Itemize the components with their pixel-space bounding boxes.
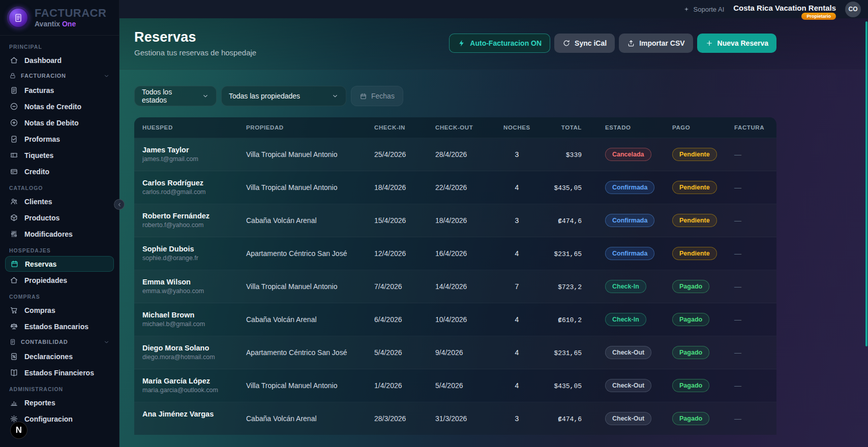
sidebar-item-propiedades[interactable]: Propiedades xyxy=(5,272,114,288)
nights-count: 3 xyxy=(515,216,519,225)
sidebar-item-modificadores[interactable]: Modificadores xyxy=(5,226,114,242)
sidebar-item-notas-de-credito[interactable]: Notas de Credito xyxy=(5,99,114,114)
checkin-date: 6/4/2026 xyxy=(374,315,402,324)
guest-email: roberto.f@yahoo.com xyxy=(142,221,230,229)
sidebar-item-tiquetes[interactable]: Tiquetes xyxy=(5,147,114,163)
nights-count: 4 xyxy=(515,348,519,357)
property-name: Cabaña Volcán Arenal xyxy=(246,216,317,225)
sidebar-item-estados-financieros[interactable]: Estados Financieros xyxy=(5,365,114,380)
reservation-row[interactable]: Sophie Duboissophie.d@orange.frApartamen… xyxy=(134,237,776,270)
nav-group-label: CONTABILIDAD xyxy=(21,339,68,345)
reservation-row[interactable]: Emma Wilsonemma.w@yahoo.comVilla Tropica… xyxy=(134,270,776,303)
sidebar-item-notas-de-debito[interactable]: Notas de Debito xyxy=(5,115,114,131)
company-info: Costa Rica Vacation Rentals Propietario xyxy=(733,4,836,20)
column-header-noches: NOCHES xyxy=(492,117,542,138)
dates-filter-button[interactable]: Fechas xyxy=(351,86,403,106)
sidebar-item-compras[interactable]: Compras xyxy=(5,302,114,318)
header-actions: Auto-Facturacion ON Sync iCal Importar C… xyxy=(449,34,776,53)
chevron-down-icon xyxy=(202,92,209,100)
guest-email: james.t@gmail.com xyxy=(142,155,230,163)
new-reservation-label: Nueva Reserva xyxy=(717,39,768,47)
sidebar-item-label: Productos xyxy=(24,214,59,222)
checkout-date: 16/4/2026 xyxy=(435,249,467,258)
calendar-icon xyxy=(10,260,19,268)
sidebar-item-facturas[interactable]: Facturas xyxy=(5,82,114,98)
payment-badge: Pagado xyxy=(672,346,709,359)
checkout-date: 5/4/2026 xyxy=(435,381,463,390)
property-name: Villa Tropical Manuel Antonio xyxy=(246,381,338,390)
support-ai-button[interactable]: Soporte AI xyxy=(683,6,725,13)
checkout-date: 18/4/2026 xyxy=(435,216,467,225)
new-reservation-button[interactable]: Nueva Reserva xyxy=(697,34,776,53)
nav-group-facturacion[interactable]: FACTURACION xyxy=(0,69,119,82)
guest-name: Michael Brown xyxy=(142,311,230,319)
clipboard-check-icon xyxy=(10,135,18,143)
checkin-date: 12/4/2026 xyxy=(374,249,406,258)
guest-email: carlos.rod@gmail.com xyxy=(142,188,230,196)
checkout-date: 22/4/2026 xyxy=(435,183,467,191)
doc-percent-icon xyxy=(10,352,18,361)
sidebar-item-declaraciones[interactable]: Declaraciones xyxy=(5,348,114,364)
checkin-date: 1/4/2026 xyxy=(374,381,402,390)
page-content: Todos los estados Todas las propiedades … xyxy=(134,86,776,435)
nav-section-label: CATALOGO xyxy=(0,180,119,193)
checkout-date: 28/4/2026 xyxy=(435,150,467,158)
sidebar-item-proformas[interactable]: Proformas xyxy=(5,131,114,147)
nav-group-contabilidad[interactable]: CONTABILIDAD xyxy=(0,335,119,348)
sidebar-item-dashboard[interactable]: Dashboard xyxy=(5,52,114,68)
sidebar-collapse-button[interactable] xyxy=(114,199,125,210)
sidebar-item-label: Notas de Credito xyxy=(24,103,81,111)
reservation-row[interactable]: Michael Brownmichael.b@gmail.comCabaña V… xyxy=(134,303,776,336)
total-amount: $435,05 xyxy=(554,184,582,192)
invoice-cell: — xyxy=(734,381,741,390)
checkin-date: 28/3/2026 xyxy=(374,414,406,423)
guest-email: emma.w@yahoo.com xyxy=(142,288,230,295)
reservation-row[interactable]: Diego Mora Solanodiego.mora@hotmail.comA… xyxy=(134,336,776,369)
checkin-date: 7/4/2026 xyxy=(374,282,402,291)
guest-email: diego.mora@hotmail.com xyxy=(142,354,230,361)
sidebar-item-estados-bancarios[interactable]: Estados Bancarios xyxy=(5,318,114,334)
guest-name: Diego Mora Solano xyxy=(142,344,230,352)
sidebar-item-credito[interactable]: Credito xyxy=(5,164,114,179)
reservation-row[interactable]: Roberto Fernándezroberto.f@yahoo.comCaba… xyxy=(134,204,776,237)
sidebar-item-productos[interactable]: Productos xyxy=(5,210,114,226)
sidebar-item-reportes[interactable]: Reportes xyxy=(5,395,114,410)
sidebar-item-label: Modificadores xyxy=(24,230,73,238)
sync-ical-button[interactable]: Sync iCal xyxy=(554,34,615,53)
import-label: Importar CSV xyxy=(639,39,684,47)
brand: FACTURACR Avantix One xyxy=(0,0,119,36)
status-filter-select[interactable]: Todos los estados xyxy=(134,86,217,106)
column-header-total: TOTAL xyxy=(542,117,597,138)
sidebar-item-label: Dashboard xyxy=(24,56,62,65)
sidebar-item-reservas[interactable]: Reservas xyxy=(5,256,114,272)
reservation-row[interactable]: James Taylorjames.t@gmail.comVilla Tropi… xyxy=(134,138,776,171)
reservation-row[interactable]: Carlos Rodríguezcarlos.rod@gmail.comVill… xyxy=(134,171,776,204)
property-name: Cabaña Volcán Arenal xyxy=(246,414,317,423)
scrollbar-thumb[interactable] xyxy=(865,21,867,346)
sidebar-item-clientes[interactable]: Clientes xyxy=(5,194,114,209)
page-subtitle: Gestiona tus reservas de hospedaje xyxy=(134,48,256,57)
page-title-block: Reservas Gestiona tus reservas de hosped… xyxy=(134,29,256,57)
sidebar: FACTURACR Avantix One PRINCIPALDashboard… xyxy=(0,0,119,447)
total-amount: ₡474,6 xyxy=(558,416,582,423)
document-icon xyxy=(9,338,16,345)
status-badge: Confirmada xyxy=(605,214,654,227)
brand-subtitle: Avantix One xyxy=(35,20,106,28)
reservation-row[interactable]: Ana Jiménez VargasCabaña Volcán Arenal28… xyxy=(134,402,776,435)
sidebar-item-label: Proformas xyxy=(24,135,60,143)
user-avatar[interactable]: CO xyxy=(845,2,861,17)
brand-product-accent: One xyxy=(62,20,76,28)
guest-name: María García López xyxy=(142,377,230,385)
credit-card-icon xyxy=(10,167,18,176)
import-csv-button[interactable]: Importar CSV xyxy=(619,34,693,53)
nights-count: 3 xyxy=(515,150,519,158)
reservation-row[interactable]: María García Lópezmaria.garcia@outlook.c… xyxy=(134,369,776,402)
column-header-check-out: CHECK-OUT xyxy=(427,117,492,138)
column-header-pago: PAGO xyxy=(664,117,726,138)
nextjs-dev-badge[interactable]: N xyxy=(10,422,27,439)
guest-email: maria.garcia@outlook.com xyxy=(142,387,230,394)
auto-invoice-toggle[interactable]: Auto-Facturacion ON xyxy=(449,34,550,53)
property-filter-select[interactable]: Todas las propiedades xyxy=(221,86,346,106)
brand-product: Avantix xyxy=(35,20,60,28)
status-badge: Check-In xyxy=(605,313,646,326)
